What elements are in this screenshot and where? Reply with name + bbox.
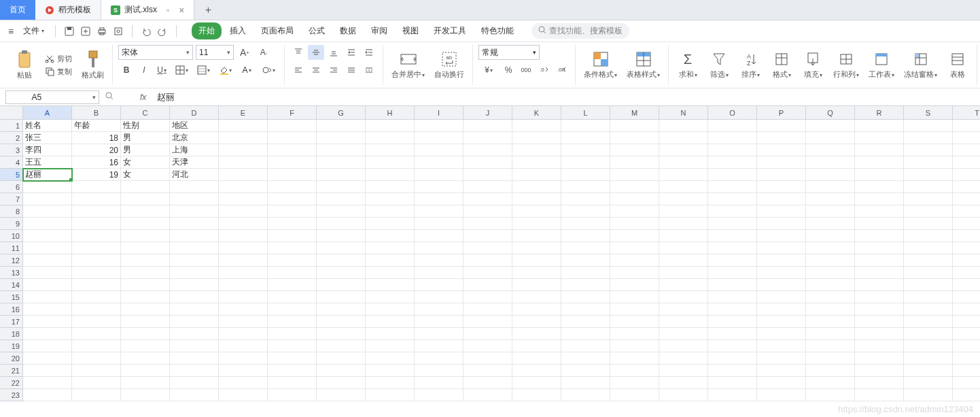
cell-Q17[interactable]: [806, 316, 855, 328]
merge-button[interactable]: 合并居中▾: [389, 50, 427, 80]
cell-R13[interactable]: [855, 267, 904, 279]
decrease-decimal-icon[interactable]: .00: [553, 63, 570, 78]
align-top-icon[interactable]: [290, 45, 307, 60]
col-head-R[interactable]: R: [855, 106, 904, 120]
cell-H17[interactable]: [366, 316, 415, 328]
cell-T15[interactable]: [953, 291, 980, 303]
row-head-22[interactable]: 22: [0, 377, 23, 389]
cell-Q15[interactable]: [806, 291, 855, 303]
cell-A5[interactable]: 赵丽: [23, 169, 72, 181]
redo-icon[interactable]: [156, 24, 169, 38]
underline-button[interactable]: U▾: [154, 63, 170, 78]
cell-D12[interactable]: [170, 254, 219, 267]
cell-O17[interactable]: [708, 316, 757, 328]
align-justify-icon[interactable]: [343, 63, 360, 78]
fx-search-icon[interactable]: [105, 91, 114, 103]
cell-R15[interactable]: [855, 291, 904, 303]
cell-G3[interactable]: [317, 144, 366, 156]
comma-icon[interactable]: 000: [518, 63, 534, 78]
cell-S18[interactable]: [904, 328, 953, 340]
cell-T3[interactable]: [953, 144, 980, 156]
cell-S1[interactable]: [904, 120, 953, 132]
border-button[interactable]: ▾: [171, 63, 192, 78]
cell-R2[interactable]: [855, 132, 904, 144]
cell-M20[interactable]: [610, 352, 659, 365]
cell-O7[interactable]: [708, 193, 757, 205]
cell-P2[interactable]: [757, 132, 806, 144]
cell-H11[interactable]: [366, 242, 415, 254]
cell-A20[interactable]: [23, 352, 72, 365]
font-size-select[interactable]: 11▾: [196, 45, 234, 60]
col-head-I[interactable]: I: [415, 106, 463, 120]
cell-H3[interactable]: [366, 144, 415, 156]
cell-L16[interactable]: [561, 303, 610, 316]
cell-R18[interactable]: [855, 328, 904, 340]
col-head-A[interactable]: A: [23, 106, 72, 120]
cell-K17[interactable]: [512, 316, 561, 328]
cell-S12[interactable]: [904, 254, 953, 267]
cell-Q6[interactable]: [806, 181, 855, 193]
cell-C6[interactable]: [121, 181, 170, 193]
cell-R10[interactable]: [855, 230, 904, 242]
cell-Q16[interactable]: [806, 303, 855, 316]
indent-decrease-icon[interactable]: [343, 45, 360, 60]
col-head-H[interactable]: H: [366, 106, 415, 120]
cell-E15[interactable]: [219, 291, 268, 303]
cell-C14[interactable]: [121, 279, 170, 291]
cell-G6[interactable]: [317, 181, 366, 193]
cell-R12[interactable]: [855, 254, 904, 267]
cell-F3[interactable]: [268, 144, 317, 156]
cell-J18[interactable]: [463, 328, 512, 340]
cell-A8[interactable]: [23, 205, 72, 218]
cell-L14[interactable]: [561, 279, 610, 291]
cell-I3[interactable]: [415, 144, 463, 156]
cell-M17[interactable]: [610, 316, 659, 328]
cell-F19[interactable]: [268, 340, 317, 352]
row-head-14[interactable]: 14: [0, 279, 23, 291]
cell-P5[interactable]: [757, 169, 806, 181]
ribbon-tab-review[interactable]: 审阅: [364, 22, 394, 39]
ribbon-tab-insert[interactable]: 插入: [223, 22, 253, 39]
cell-Q13[interactable]: [806, 267, 855, 279]
freeze-button[interactable]: 冻结窗格▾: [901, 50, 940, 80]
cell-O12[interactable]: [708, 254, 757, 267]
cell-N6[interactable]: [659, 181, 708, 193]
cell-E10[interactable]: [219, 230, 268, 242]
cell-A1[interactable]: 姓名: [23, 120, 72, 132]
cell-O19[interactable]: [708, 340, 757, 352]
sort-button[interactable]: AZ排序▾: [737, 50, 764, 80]
cell-B8[interactable]: [72, 205, 121, 218]
cell-F17[interactable]: [268, 316, 317, 328]
cell-T12[interactable]: [953, 254, 980, 267]
cell-I18[interactable]: [415, 328, 463, 340]
cell-T19[interactable]: [953, 340, 980, 352]
cell-M5[interactable]: [610, 169, 659, 181]
cell-J11[interactable]: [463, 242, 512, 254]
tab-home[interactable]: 首页: [0, 0, 35, 20]
cell-K14[interactable]: [512, 279, 561, 291]
cell-K2[interactable]: [512, 132, 561, 144]
cell-M11[interactable]: [610, 242, 659, 254]
cell-N3[interactable]: [659, 144, 708, 156]
cell-P18[interactable]: [757, 328, 806, 340]
cell-N8[interactable]: [659, 205, 708, 218]
align-center-icon[interactable]: [308, 63, 324, 78]
row-head-19[interactable]: 19: [0, 340, 23, 352]
hamburger-icon[interactable]: ≡: [5, 26, 16, 37]
cell-B4[interactable]: 16: [72, 156, 121, 169]
cell-E16[interactable]: [219, 303, 268, 316]
cell-E18[interactable]: [219, 328, 268, 340]
cell-J21[interactable]: [463, 365, 512, 377]
cell-I9[interactable]: [415, 218, 463, 230]
cell-A2[interactable]: 张三: [23, 132, 72, 144]
cell-D19[interactable]: [170, 340, 219, 352]
cell-N5[interactable]: [659, 169, 708, 181]
cell-M4[interactable]: [610, 156, 659, 169]
cell-L13[interactable]: [561, 267, 610, 279]
cell-J9[interactable]: [463, 218, 512, 230]
cell-N16[interactable]: [659, 303, 708, 316]
cell-N2[interactable]: [659, 132, 708, 144]
increase-decimal-icon[interactable]: .0: [536, 63, 552, 78]
cell-K1[interactable]: [512, 120, 561, 132]
row-head-3[interactable]: 3: [0, 144, 23, 156]
